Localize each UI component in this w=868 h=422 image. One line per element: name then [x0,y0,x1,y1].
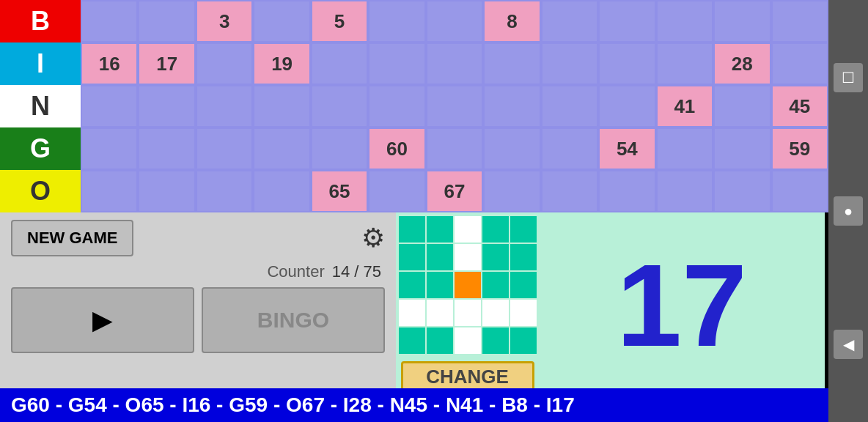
mini-cell-orange [455,272,481,298]
mini-card [399,216,537,354]
bingo-button[interactable]: BINGO [202,287,385,353]
board-cell[interactable] [426,127,483,170]
board-cell[interactable] [771,170,828,212]
board-cell[interactable]: 67 [426,170,483,212]
scroll-circle-button[interactable]: ● [834,196,863,226]
header-g: G [0,127,81,170]
board-cell[interactable] [81,0,138,42]
board-cell[interactable]: 41 [656,85,713,127]
mini-cell [455,244,481,270]
board-cell[interactable]: 3 [196,0,253,42]
bottom-buttons: ▶ BINGO [11,287,385,353]
board-cell[interactable] [713,0,770,42]
board-cell[interactable] [713,85,770,127]
board-cell[interactable]: 54 [598,127,655,170]
board-cell[interactable]: 17 [138,42,195,85]
mini-cell [399,272,425,298]
board-cell[interactable] [598,85,655,127]
board-cell[interactable] [656,0,713,42]
header-o: O [0,170,81,212]
board-cell[interactable] [368,85,425,127]
board-cell[interactable] [253,127,310,170]
board-cell[interactable] [483,127,540,170]
mini-cell [427,327,453,354]
header-i: I [0,42,81,85]
board-cell[interactable] [541,42,598,85]
board-cell[interactable] [598,42,655,85]
board-cell[interactable] [138,127,195,170]
board-cell[interactable] [483,42,540,85]
board-cell[interactable] [253,85,310,127]
board-cell[interactable] [196,170,253,212]
board-cell[interactable] [426,0,483,42]
board-cell[interactable] [138,170,195,212]
board-cell[interactable]: 19 [253,42,310,85]
board-cell[interactable] [771,42,828,85]
ticker-text: G60 - G54 - O65 - I16 - G59 - O67 - I28 … [11,393,575,417]
board-cell[interactable] [196,42,253,85]
board-cell[interactable] [656,170,713,212]
board-cell[interactable] [656,42,713,85]
ticker-bar: G60 - G54 - O65 - I16 - G59 - O67 - I28 … [0,388,828,422]
board-cell[interactable] [81,85,138,127]
board-cell[interactable] [311,42,368,85]
board-cell[interactable]: 5 [311,0,368,42]
board-cell[interactable] [138,85,195,127]
board-cell[interactable] [311,127,368,170]
board-cell[interactable] [81,127,138,170]
board-cell[interactable] [483,170,540,212]
board-cell[interactable]: 16 [81,42,138,85]
mini-cell [510,300,537,326]
header-b: B [0,0,81,42]
board-cell[interactable]: 59 [771,127,828,170]
board-cell[interactable] [426,85,483,127]
new-game-button[interactable]: NEW GAME [11,220,133,256]
mini-cell [482,244,509,270]
board-cell[interactable] [253,0,310,42]
gear-icon[interactable]: ⚙ [361,223,385,253]
board-cell[interactable] [196,85,253,127]
board-cell[interactable] [368,170,425,212]
scroll-back-button[interactable]: ◀ [834,330,863,359]
mini-cell [510,244,537,270]
board-cell[interactable]: 8 [483,0,540,42]
board-cell[interactable] [713,127,770,170]
board-cell[interactable]: 60 [368,127,425,170]
scroll-square-button[interactable]: ☐ [834,63,863,92]
board-cell[interactable] [771,0,828,42]
board-cell[interactable] [311,85,368,127]
header-n: N [0,85,81,127]
change-button[interactable]: CHANGE [401,361,534,392]
board-cell[interactable]: 45 [771,85,828,127]
mini-cell [510,272,537,298]
board-cell[interactable] [426,42,483,85]
board-cell[interactable] [598,170,655,212]
play-button[interactable]: ▶ [11,287,194,353]
mini-cell [482,327,509,354]
board-cell[interactable] [253,170,310,212]
mini-cell [427,216,453,243]
board-cell[interactable]: 28 [713,42,770,85]
board-cell[interactable] [196,127,253,170]
mini-cell [482,216,509,243]
board-cell[interactable] [368,0,425,42]
board-cell[interactable] [541,0,598,42]
board-cell[interactable] [541,85,598,127]
board-cell[interactable] [483,85,540,127]
board-cell[interactable] [81,170,138,212]
board-cell[interactable] [713,170,770,212]
board-cell[interactable]: 65 [311,170,368,212]
mini-cell [399,327,425,354]
counter-row: Counter 14 / 75 [11,262,385,281]
board-cell[interactable] [368,42,425,85]
board-cell[interactable] [541,170,598,212]
mini-cell [427,272,453,298]
board-cell[interactable] [656,127,713,170]
mini-cell [399,244,425,270]
mini-card-area: CHANGE [396,212,539,396]
board-cell[interactable] [541,127,598,170]
board-cell[interactable] [598,0,655,42]
top-controls: NEW GAME ⚙ [11,220,385,256]
mini-cell [510,216,537,243]
board-cell[interactable] [138,0,195,42]
